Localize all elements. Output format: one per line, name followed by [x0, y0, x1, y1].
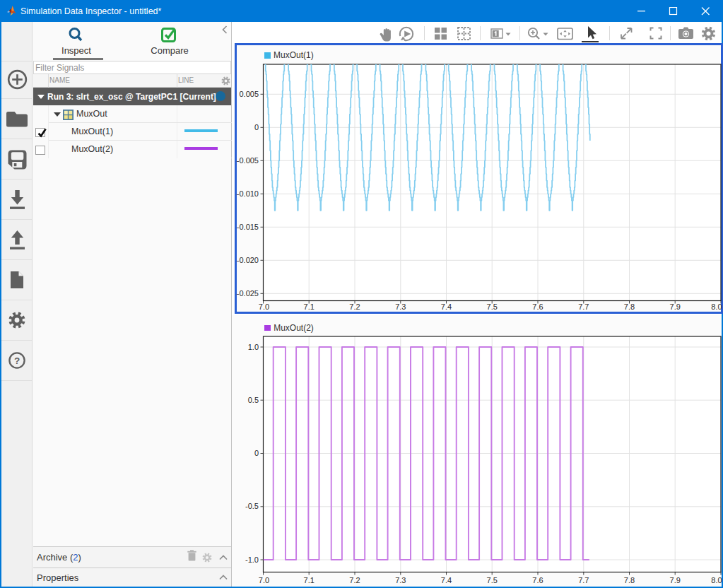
svg-text:?: ? [14, 355, 20, 366]
